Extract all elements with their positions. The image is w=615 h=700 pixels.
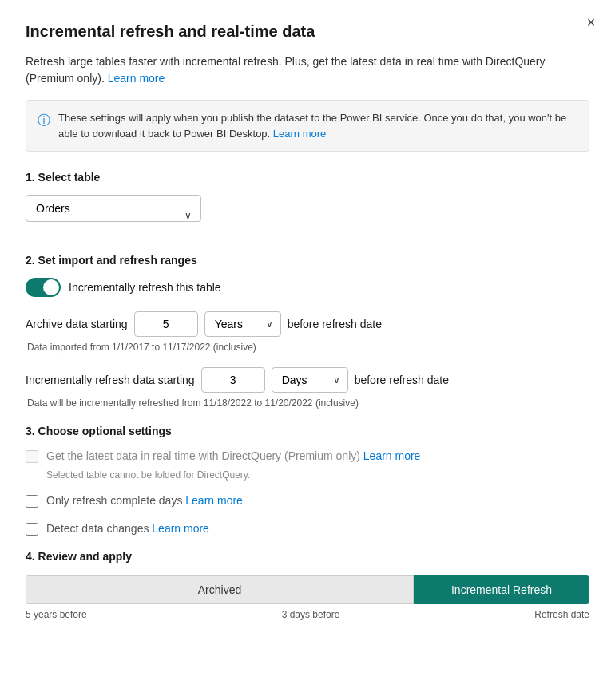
info-icon: ⓘ [38,111,50,141]
complete-days-checkbox-row: Only refresh complete days Learn more [26,493,589,509]
realtime-checkbox[interactable] [26,450,38,463]
refresh-date-info: Data will be incrementally refreshed fro… [27,397,589,409]
archive-range-row: Archive data starting Minutes Hours Days… [26,311,589,337]
info-box-learn-more-link[interactable]: Learn more [273,128,326,140]
section3-title: 3. Choose optional settings [26,425,589,437]
archive-value-input[interactable] [134,311,198,337]
complete-days-checkbox[interactable] [26,495,38,508]
dialog: × Incremental refresh and real-time data… [0,0,615,700]
realtime-label: Get the latest data in real time with Di… [46,449,420,465]
timeline-label-left: 5 years before [26,609,87,620]
close-button[interactable]: × [580,11,602,34]
complete-days-learn-more-link[interactable]: Learn more [185,494,243,507]
section4-title: 4. Review and apply [26,550,589,563]
section-select-table: 1. Select table Orders [26,171,589,238]
realtime-checkbox-row: Get the latest data in real time with Di… [26,449,589,465]
refresh-range-row: Incrementally refresh data starting Minu… [26,367,589,393]
detect-changes-checkbox-row: Detect data changes Learn more [26,521,589,537]
section-optional: 3. Choose optional settings Get the late… [26,425,589,537]
incremental-bar[interactable]: Incremental Refresh [414,575,589,604]
timeline-bar-container: Archived Incremental Refresh 5 years bef… [26,575,589,614]
section2-title: 2. Set import and refresh ranges [26,254,589,267]
complete-days-label: Only refresh complete days Learn more [46,493,243,509]
table-dropdown[interactable]: Orders [26,195,201,222]
refresh-label: Incrementally refresh data starting [26,374,195,386]
info-box-text: These settings will apply when you publi… [58,110,577,141]
realtime-disabled-note: Selected table cannot be folded for Dire… [46,469,589,481]
toggle-label: Incrementally refresh this table [69,281,221,294]
archive-unit-dropdown[interactable]: Minutes Hours Days Weeks Months Years [204,311,281,337]
timeline-label-right: Refresh date [534,609,589,620]
section-review-apply: 4. Review and apply Archived Incremental… [26,550,589,614]
info-box: ⓘ These settings will apply when you pub… [26,100,589,152]
section1-title: 1. Select table [26,171,589,184]
detect-changes-label: Detect data changes Learn more [46,521,209,537]
refresh-unit-wrapper: Minutes Hours Days Weeks Months Years [272,367,348,393]
toggle-row: Incrementally refresh this table [26,278,589,297]
detect-changes-checkbox[interactable] [26,523,38,536]
timeline-labels: 5 years before 3 days before Refresh dat… [26,609,589,620]
refresh-suffix: before refresh date [355,374,449,386]
detect-changes-learn-more-link[interactable]: Learn more [152,522,209,535]
intro-learn-more-link[interactable]: Learn more [108,72,165,85]
archive-suffix: before refresh date [288,318,382,330]
dialog-title: Incremental refresh and real-time data [26,22,589,41]
realtime-learn-more-link[interactable]: Learn more [363,449,421,462]
timeline-bar: Archived Incremental Refresh [26,575,589,604]
incremental-refresh-toggle[interactable] [26,278,61,297]
refresh-unit-dropdown[interactable]: Minutes Hours Days Weeks Months Years [272,367,348,393]
archived-bar[interactable]: Archived [26,575,414,604]
timeline-label-middle: 3 days before [282,609,340,620]
archive-unit-wrapper: Minutes Hours Days Weeks Months Years [204,311,281,337]
intro-text: Refresh large tables faster with increme… [26,53,589,87]
table-dropdown-wrapper: Orders [26,195,201,238]
archive-date-info: Data imported from 1/1/2017 to 11/17/202… [27,342,589,353]
refresh-value-input[interactable] [201,367,265,393]
section-import-refresh: 2. Set import and refresh ranges Increme… [26,254,589,409]
archive-label: Archive data starting [26,318,128,330]
